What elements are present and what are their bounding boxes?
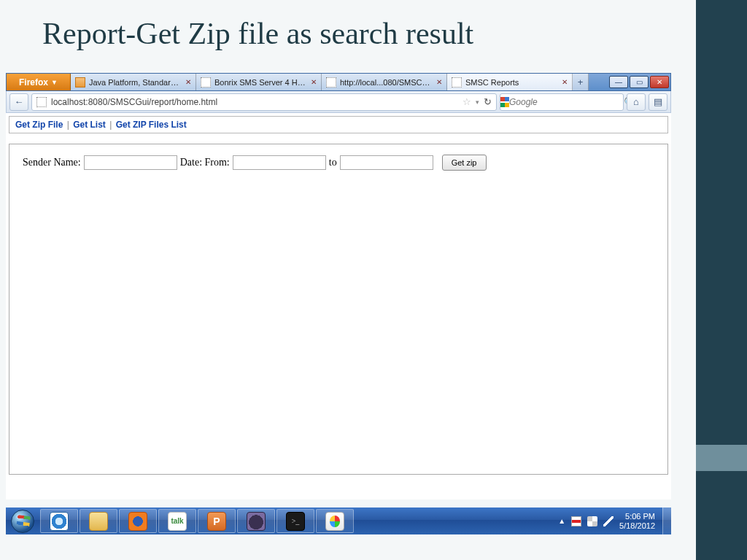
windows-orb-icon <box>11 510 34 533</box>
minimize-button[interactable]: — <box>609 76 628 88</box>
sender-name-label: Sender Name: <box>23 157 81 168</box>
bookmarks-menu-button[interactable]: ▤ <box>649 93 667 111</box>
get-zip-button[interactable]: Get zip <box>442 155 487 171</box>
tab-bonrix-sms[interactable]: Bonrix SMS Server 4 HTTP ... ✕ <box>196 74 322 90</box>
arrow-left-icon: ← <box>15 96 24 107</box>
window-close-button[interactable]: ✕ <box>650 76 669 88</box>
browser-window: Firefox ▼ Java Platform, Standard Ed... … <box>6 73 671 499</box>
clock[interactable]: 5:06 PM 5/18/2012 <box>619 512 657 530</box>
cmd-icon: >_ <box>286 512 305 531</box>
navigation-toolbar: ← ☆ ▾ ↻ 🔍 ⌂ ▤ <box>6 91 671 113</box>
reload-icon[interactable]: ↻ <box>484 96 492 107</box>
clock-time: 5:06 PM <box>619 512 655 521</box>
folder-icon <box>89 512 108 531</box>
network-icon[interactable] <box>587 516 597 526</box>
new-tab-button[interactable]: + <box>573 74 589 90</box>
tab-label: Bonrix SMS Server 4 HTTP ... <box>214 78 307 87</box>
chevron-down-icon[interactable]: ▾ <box>476 98 479 106</box>
maximize-button[interactable]: ▭ <box>630 76 649 88</box>
back-button[interactable]: ← <box>9 93 28 111</box>
firefox-app-button[interactable]: Firefox ▼ <box>7 74 71 90</box>
close-icon[interactable]: ✕ <box>185 78 191 86</box>
page-favicon-icon <box>36 97 47 107</box>
taskbar-item-cmd[interactable]: >_ <box>276 509 314 533</box>
tab-label: SMSC Reports <box>465 78 558 87</box>
close-icon[interactable]: ✕ <box>562 78 568 86</box>
java-favicon-icon <box>75 77 85 88</box>
date-to-label: to <box>329 157 337 168</box>
firefox-icon <box>128 512 147 531</box>
home-icon: ⌂ <box>633 96 639 107</box>
page-favicon-icon <box>452 77 462 88</box>
date-from-label: Date: From: <box>180 157 230 168</box>
clock-date: 5/18/2012 <box>619 521 655 531</box>
show-hidden-icons-button[interactable]: ▲ <box>558 517 565 525</box>
slide-title: Report-Get Zip file as search result <box>42 16 473 51</box>
breadcrumb-get-zip-files-list[interactable]: Get ZIP Files List <box>116 120 187 130</box>
sender-name-input[interactable] <box>84 155 177 170</box>
taskbar-item-paint[interactable] <box>316 509 354 533</box>
taskbar-item-powerpoint[interactable]: P <box>198 509 236 533</box>
breadcrumb-separator: | <box>66 120 71 130</box>
windows-taskbar: talk P >_ ▲ 5:06 PM 5/18/2012 <box>6 508 671 534</box>
internet-explorer-icon <box>50 512 69 531</box>
url-input[interactable] <box>51 97 458 107</box>
caret-down-icon: ▼ <box>51 79 58 86</box>
tab-strip: Firefox ▼ Java Platform, Standard Ed... … <box>6 73 671 91</box>
breadcrumb-separator: | <box>108 120 113 130</box>
page-favicon-icon <box>326 77 336 88</box>
breadcrumb-get-list[interactable]: Get List <box>73 120 106 130</box>
system-tray: ▲ 5:06 PM 5/18/2012 <box>555 512 659 530</box>
taskbar-item-gtalk[interactable]: talk <box>158 509 196 533</box>
tab-label: http://local...080/SMSCGui/ <box>340 78 433 87</box>
close-icon[interactable]: ✕ <box>311 78 317 86</box>
tab-smscgui-url[interactable]: http://local...080/SMSCGui/ ✕ <box>322 74 447 90</box>
bookmarks-icon: ▤ <box>654 96 662 107</box>
taskbar-item-explorer[interactable] <box>80 509 117 533</box>
search-box[interactable]: 🔍 <box>500 93 624 111</box>
show-desktop-button[interactable] <box>662 508 671 534</box>
volume-icon[interactable] <box>603 516 614 526</box>
search-input[interactable] <box>509 97 619 107</box>
taskbar-item-ie[interactable] <box>40 509 78 533</box>
tab-label: Java Platform, Standard Ed... <box>89 78 182 87</box>
close-icon[interactable]: ✕ <box>436 78 442 86</box>
tab-smsc-reports[interactable]: SMSC Reports ✕ <box>447 74 573 90</box>
taskbar-item-eclipse[interactable] <box>237 509 275 533</box>
paint-icon <box>325 512 344 531</box>
start-button[interactable] <box>6 508 39 534</box>
breadcrumb-get-zip-file[interactable]: Get Zip File <box>15 120 63 130</box>
breadcrumb: Get Zip File | Get List | Get ZIP Files … <box>9 116 668 133</box>
bookmark-star-icon[interactable]: ☆ <box>462 96 471 107</box>
address-bar[interactable]: ☆ ▾ ↻ <box>31 93 497 111</box>
eclipse-icon <box>247 512 266 531</box>
search-form-row: Sender Name: Date: From: to Get zip <box>23 155 654 171</box>
taskbar-item-firefox[interactable] <box>119 509 157 533</box>
date-from-input[interactable] <box>233 155 326 170</box>
action-center-icon[interactable] <box>571 516 581 526</box>
gtalk-icon: talk <box>168 512 187 531</box>
date-to-input[interactable] <box>340 155 433 170</box>
page-content: Get Zip File | Get List | Get ZIP Files … <box>6 113 671 499</box>
slide-accent-band <box>696 0 747 560</box>
search-form-panel: Sender Name: Date: From: to Get zip <box>9 144 668 475</box>
powerpoint-icon: P <box>207 512 226 531</box>
window-controls: — ▭ ✕ <box>609 74 670 90</box>
firefox-app-label: Firefox <box>19 77 48 88</box>
home-button[interactable]: ⌂ <box>627 93 646 111</box>
tab-java-platform[interactable]: Java Platform, Standard Ed... ✕ <box>71 74 196 90</box>
page-favicon-icon <box>201 77 211 88</box>
